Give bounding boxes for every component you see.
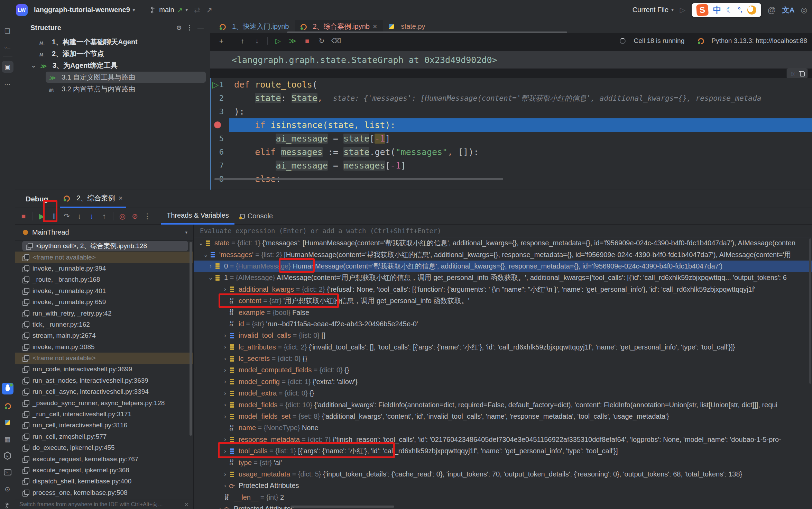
ime-moon-icon[interactable]: ☾: [726, 6, 733, 15]
code-line[interactable]: 5 ai_message = state[-1]: [211, 132, 812, 145]
mute-breakpoints-button[interactable]: ⊘: [129, 210, 141, 222]
kernel-status[interactable]: Python 3.13.3: http://localhost:88: [711, 37, 807, 45]
hide-panel-icon[interactable]: —: [197, 24, 204, 31]
variable-row[interactable]: ›model_fields_set = {set: 8} {'additiona…: [194, 411, 812, 422]
spiral-icon[interactable]: @: [767, 5, 776, 15]
ime-emoji-icon[interactable]: [747, 6, 756, 15]
thread-selector[interactable]: MainThread ▾: [15, 225, 193, 240]
project-tool-icon[interactable]: ❏: [2, 25, 13, 37]
settings-icon[interactable]: ☼: [790, 70, 796, 77]
close-icon[interactable]: ✕: [184, 501, 189, 508]
sync-icon[interactable]: ⇄: [194, 6, 200, 14]
commit-tool-icon[interactable]: ◦‒: [2, 42, 13, 53]
tab-quickstart[interactable]: 1、快速入门.ipynb: [214, 20, 295, 33]
terminal-icon[interactable]: >_: [2, 466, 13, 478]
code-text[interactable]: ai_message = messages[-1]: [229, 159, 812, 172]
structure-item[interactable]: 3.2 内置节点与内置路由: [28, 83, 206, 95]
variable-row[interactable]: name = {NoneType} None: [194, 422, 812, 434]
more-tools-icon[interactable]: ⋯: [2, 78, 13, 90]
expand-chevron[interactable]: ›: [221, 436, 229, 443]
stack-frame[interactable]: run_cell, zmqshell.py:577: [15, 431, 193, 442]
tab-scrollbar[interactable]: [287, 31, 567, 33]
stack-frame[interactable]: tick, _runner.py:162: [15, 319, 193, 330]
stack-frame[interactable]: execute_request, ipkernel.py:368: [15, 465, 193, 476]
kebab-menu-icon[interactable]: ⋮: [186, 24, 193, 31]
code-line-execution-point[interactable]: if isinstance(state, list):: [211, 118, 812, 132]
view-breakpoints-button[interactable]: ◎: [116, 210, 129, 222]
pause-button[interactable]: ‖: [48, 210, 61, 222]
cell-run-marker[interactable]: ▷: [212, 80, 219, 90]
expand-chevron[interactable]: ›: [221, 286, 229, 292]
stack-frame[interactable]: run_cell_async, interactiveshell.py:3394: [15, 386, 193, 397]
expand-chevron[interactable]: ›: [221, 344, 229, 350]
expand-chevron[interactable]: ›: [221, 379, 229, 385]
expand-chevron[interactable]: ⌄: [30, 62, 37, 69]
stack-frame[interactable]: invoke, _runnable.py:401: [15, 285, 193, 297]
line-number[interactable]: 7: [211, 159, 229, 172]
variable-row[interactable]: id = {str} 'run--bd71fa5a-eeae-4f2e-ab43…: [194, 318, 812, 330]
interrupt-kernel-icon[interactable]: ■: [301, 35, 313, 46]
code-text[interactable]: ai_message = state[-1]: [229, 132, 812, 145]
run-cell-icon[interactable]: ▷: [272, 35, 284, 46]
python-packages-icon[interactable]: ▦: [2, 433, 13, 445]
structure-item[interactable]: ⌄ 3、为Agent绑定工具: [28, 60, 206, 71]
stack-frame-unavailable[interactable]: <frame not available>: [15, 353, 193, 364]
variable-row[interactable]: type = {str} 'ai': [194, 457, 812, 468]
variable-row[interactable]: ›additional_kwargs = {dict: 2} {'refusal…: [194, 284, 812, 295]
variable-row[interactable]: ›lc_attributes = {dict: 2} {'invalid_too…: [194, 342, 812, 353]
variable-row[interactable]: ›model_config = {dict: 1} {'extra': 'all…: [194, 376, 812, 388]
expand-chevron[interactable]: ⌄: [202, 252, 210, 258]
ime-toolbar[interactable]: S 中 ☾ °,: [692, 3, 761, 17]
share-icon[interactable]: ↗: [206, 6, 213, 14]
sogou-logo-icon[interactable]: S: [696, 3, 709, 16]
problems-icon[interactable]: ⊙: [2, 483, 13, 495]
force-step-into-button[interactable]: ↓: [85, 210, 98, 222]
expand-chevron[interactable]: ›: [221, 471, 229, 478]
ime-language-icon[interactable]: 中: [713, 4, 721, 16]
variable-row-ai-message[interactable]: ⌄1 = {AIMessage} AIMessage(content='用户想获…: [194, 272, 812, 283]
expand-chevron[interactable]: ›: [207, 263, 214, 269]
stack-frame[interactable]: run_ast_nodes, interactiveshell.py:3639: [15, 375, 193, 386]
expand-chevron[interactable]: ›: [221, 390, 229, 397]
expand-chevron[interactable]: ›: [221, 402, 229, 408]
stack-frame[interactable]: _run_cell, interactiveshell.py:3171: [15, 409, 193, 420]
stack-frame[interactable]: run_with_retry, _retry.py:42: [15, 308, 193, 319]
structure-tool-icon[interactable]: ▣: [2, 61, 13, 73]
variable-row-len[interactable]: __len__ = {int} 2: [194, 492, 812, 503]
line-number[interactable]: 5: [211, 132, 229, 145]
variable-row[interactable]: ›model_extra = {dict: 0} {}: [194, 388, 812, 399]
git-tool-icon[interactable]: [2, 500, 13, 509]
stack-frame[interactable]: execute_request, kernelbase.py:767: [15, 453, 193, 464]
stack-frame[interactable]: _pseudo_sync_runner, async_helpers.py:12…: [15, 397, 193, 408]
stop-button[interactable]: ■: [17, 210, 30, 222]
code-line[interactable]: 2 state: State,state: {'messages': [Huma…: [211, 91, 812, 105]
line-number[interactable]: 3: [211, 105, 229, 118]
variable-row[interactable]: ›model_computed_fields = {dict: 0} {}: [194, 364, 812, 376]
code-text[interactable]: if isinstance(state, list):: [229, 118, 812, 132]
variable-row-protected-attributes[interactable]: ›Protected Attributes: [194, 503, 812, 509]
run-all-cells-icon[interactable]: ≫: [286, 35, 299, 46]
variable-row-messages[interactable]: ⌄'messages' = {list: 2} [HumanMessage(co…: [194, 249, 812, 260]
expand-chevron[interactable]: ›: [221, 413, 229, 420]
frames-scrollbar[interactable]: [190, 242, 192, 436]
tab-state-py[interactable]: state.py: [383, 20, 431, 33]
variable-row[interactable]: ›invalid_tool_calls = {list: 0} []: [194, 330, 812, 341]
stack-frame[interactable]: do_execute, ipkernel.py:455: [15, 442, 193, 453]
step-out-button[interactable]: ↑: [98, 210, 110, 222]
code-line[interactable]: 1 def route_tools(: [211, 78, 812, 91]
stack-frame[interactable]: invoke, main.py:3085: [15, 342, 193, 353]
jupyter-tool-icon[interactable]: [2, 400, 13, 412]
line-number[interactable]: 2: [211, 91, 229, 105]
move-cell-down-icon[interactable]: ↓: [251, 35, 263, 46]
resume-button[interactable]: ▶: [36, 210, 48, 222]
variable-row[interactable]: ›lc_secrets = {dict: 0} {}: [194, 353, 812, 364]
more-actions-icon[interactable]: ⋮: [141, 210, 154, 222]
tab-case-study[interactable]: 2、综合案例.ipynb ✕: [295, 20, 383, 33]
tab-console[interactable]: Console: [234, 208, 278, 225]
add-cell-icon[interactable]: ＋: [215, 35, 228, 46]
translate-icon[interactable]: 文A: [782, 5, 795, 15]
stack-frame[interactable]: dispatch_shell, kernelbase.py:400: [15, 476, 193, 487]
code-line[interactable]: 3 ):: [211, 105, 812, 118]
run-button[interactable]: ▷: [680, 6, 685, 14]
stack-frame[interactable]: stream, main.py:2674: [15, 330, 193, 341]
